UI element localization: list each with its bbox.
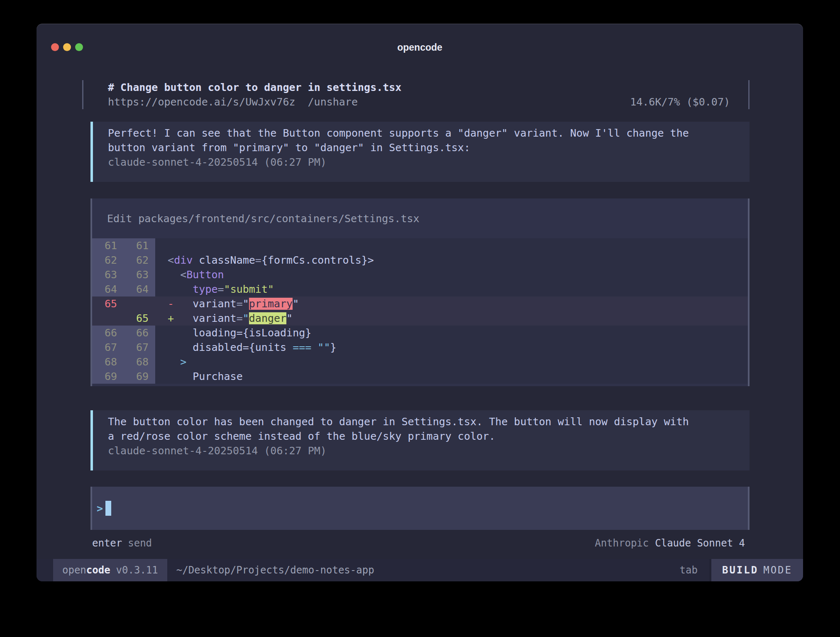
new-line-number: 68 (124, 355, 155, 369)
titlebar: opencode (37, 24, 803, 80)
model-timestamp: claude-sonnet-4-20250514 (06:27 PM) (108, 155, 735, 169)
code-token: "" (317, 341, 330, 353)
prompt-symbol: > (97, 502, 103, 514)
mode-build-label: BUILD (722, 564, 758, 576)
code-token: variant (193, 312, 236, 324)
old-line-number: 67 (92, 340, 124, 355)
code-token: = (218, 283, 224, 295)
code-token: variant (193, 298, 236, 310)
send-label: send (128, 537, 152, 549)
mode-chip[interactable]: BUILDMODE (709, 559, 803, 581)
new-line-number: 62 (124, 253, 155, 267)
code-token: " (243, 298, 249, 310)
code-line (155, 238, 748, 253)
message-line: Perfect! I can see that the Button compo… (108, 126, 735, 140)
edit-tool-block: Edit packages/frontend/src/containers/Se… (90, 198, 750, 386)
text-cursor (105, 501, 111, 516)
code-token: = (237, 312, 243, 324)
new-line-number: 65 (124, 311, 155, 326)
code-token: primary (249, 298, 293, 310)
code-token: Button (186, 269, 224, 281)
code-token (155, 283, 193, 295)
diff-row: 69 69 Purchase (92, 369, 748, 384)
code-line: loading={isLoading} (155, 326, 748, 340)
code-token: {formCs.controls}> (261, 254, 374, 266)
token-cost-stats: 14.6K/7% ($0.07) (630, 95, 748, 109)
assistant-message: Perfect! I can see that the Button compo… (90, 122, 750, 182)
diff-view: 61 61 62 62 <div className={formCs.contr… (92, 238, 748, 384)
new-line-number: 61 (124, 238, 155, 253)
enter-key-hint: enter (92, 537, 122, 549)
diff-row: 62 62 <div className={formCs.controls}> (92, 253, 748, 267)
app-version-chip: opencodev0.3.11 (53, 559, 167, 581)
diff-row: 61 61 (92, 238, 748, 253)
diff-row: 67 67 disabled={units === ""} (92, 340, 748, 355)
new-line-number (124, 296, 155, 311)
old-line-number (92, 311, 124, 326)
code-line: <div className={formCs.controls}> (155, 253, 748, 267)
new-line-number: 64 (124, 282, 155, 296)
diff-row: 64 64 type="submit" (92, 282, 748, 296)
code-token: danger (249, 312, 286, 324)
old-line-number: 63 (92, 267, 124, 282)
code-token: Purchase (155, 370, 243, 382)
code-token: loading={isLoading} (155, 327, 311, 339)
code-token: className (193, 254, 255, 266)
new-line-number: 69 (124, 369, 155, 384)
provider-label: Anthropic (595, 537, 649, 549)
code-token: > (155, 356, 186, 368)
old-line-number: 62 (92, 253, 124, 267)
code-line: > (155, 355, 748, 369)
code-line: - variant="primary" (155, 296, 748, 311)
code-token: } (330, 341, 336, 353)
code-token: div (174, 254, 193, 266)
code-line: disabled={units === ""} (155, 340, 748, 355)
prompt-input[interactable]: > (90, 487, 750, 530)
code-token: - (155, 298, 193, 310)
window-title: opencode (37, 42, 803, 53)
app-version: v0.3.11 (116, 564, 158, 576)
old-line-number: 66 (92, 326, 124, 340)
working-directory: ~/Desktop/Projects/demo-notes-app (176, 564, 374, 576)
code-token: " (293, 298, 299, 310)
old-line-number: 61 (92, 238, 124, 253)
code-token: < (155, 254, 174, 266)
code-token: === (293, 341, 311, 353)
session-subheader: https://opencode.ai/s/UwJxv76z /unshare … (108, 95, 748, 109)
share-url[interactable]: https://opencode.ai/s/UwJxv76z (108, 95, 295, 109)
code-line: + variant="danger" (155, 311, 748, 326)
diff-row-removed: 65 - variant="primary" (92, 296, 748, 311)
diff-row: 63 63 <Button (92, 267, 748, 282)
diff-row: 68 68 > (92, 355, 748, 369)
code-token (311, 341, 317, 353)
diff-row: 66 66 loading={isLoading} (92, 326, 748, 340)
model-timestamp: claude-sonnet-4-20250514 (06:27 PM) (108, 443, 735, 458)
session-header: # Change button color to danger in setti… (82, 80, 750, 109)
code-token: " (286, 312, 293, 324)
message-line: a red/rose color scheme instead of the b… (108, 429, 735, 443)
old-line-number: 68 (92, 355, 124, 369)
diff-row-added: 65 + variant="danger" (92, 311, 748, 326)
code-line: type="submit" (155, 282, 748, 296)
code-line: <Button (155, 267, 748, 282)
session-title: # Change button color to danger in setti… (108, 80, 748, 95)
code-token: = (237, 298, 243, 310)
mode-mode-label: MODE (763, 564, 792, 576)
status-bar: opencodev0.3.11 ~/Desktop/Projects/demo-… (37, 559, 803, 581)
edit-tool-title: Edit packages/frontend/src/containers/Se… (92, 213, 748, 224)
old-line-number: 69 (92, 369, 124, 384)
code-token: "submit" (224, 283, 274, 295)
code-token: type (193, 283, 217, 295)
new-line-number: 63 (124, 267, 155, 282)
opencode-window: opencode # Change button color to danger… (37, 24, 803, 581)
unshare-command: /unshare (308, 95, 358, 109)
app-name-code: code (86, 564, 110, 576)
app-name-open: open (62, 564, 86, 576)
message-line: The button color has been changed to dan… (108, 414, 735, 429)
old-line-number: 64 (92, 282, 124, 296)
new-line-number: 67 (124, 340, 155, 355)
code-token: " (243, 312, 249, 324)
old-line-number: 65 (92, 296, 124, 311)
code-token: + (155, 312, 193, 324)
new-line-number: 66 (124, 326, 155, 340)
